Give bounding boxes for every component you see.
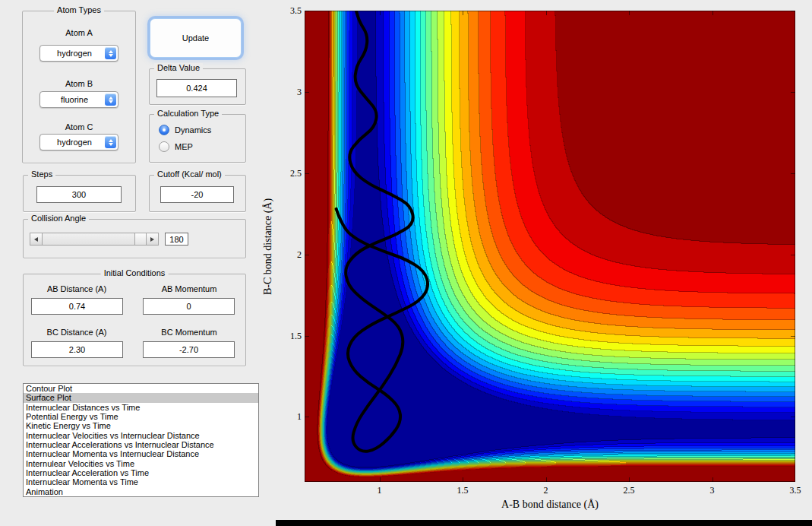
popup-arrows-icon[interactable] [105, 93, 116, 106]
collision-angle-title: Collision Angle [28, 214, 89, 223]
atom-b-label: Atom B [23, 79, 135, 88]
ab-distance-field[interactable]: 0.74 [31, 298, 123, 315]
radio-dynamics-label: Dynamics [175, 125, 211, 135]
ab-distance-label: AB Distance (A) [24, 284, 130, 293]
plot-type-listbox[interactable]: Contour PlotSurface PlotInternuclear Dis… [23, 383, 259, 497]
collision-angle-panel: Collision Angle 180 [23, 219, 246, 258]
atom-types-title: Atom Types [54, 5, 104, 14]
radio-mep[interactable]: MEP [159, 141, 193, 153]
popup-arrows-icon[interactable] [105, 136, 116, 148]
x-tick-label: 1.5 [446, 485, 479, 496]
cutoff-field[interactable]: -20 [160, 186, 234, 203]
pes-contour-canvas [305, 11, 795, 482]
list-item[interactable]: Animation [24, 487, 258, 496]
app-window: { "window": { "background_color": "#ecec… [0, 0, 812, 526]
radio-button-icon[interactable] [159, 141, 169, 152]
plot-area: A-B bond distance (Å) B-C bond distance … [305, 11, 795, 482]
atom-c-label: Atom C [23, 122, 135, 132]
window-bottom-edge [276, 520, 812, 526]
delta-value-title: Delta Value [154, 63, 203, 72]
list-item[interactable]: Internuclear Acceleration vs Time [24, 468, 258, 477]
list-item[interactable]: Internuclear Momenta vs Time [24, 477, 258, 486]
list-item[interactable]: Potential Energy vs Time [24, 412, 258, 421]
atom-types-panel: Atom Types Atom A hydrogen Atom B fluori… [22, 11, 136, 163]
steps-field[interactable]: 300 [36, 186, 122, 203]
list-item[interactable]: Contour Plot [24, 384, 258, 393]
cutoff-panel: Cutoff (Kcal/ mol) -20 [149, 175, 246, 212]
delta-value-panel: Delta Value 0.424 [149, 68, 246, 105]
collision-angle-slider[interactable] [30, 233, 159, 246]
list-item[interactable]: Kinetic Energy vs Time [24, 421, 258, 430]
initial-conditions-title: Initial Conditions [101, 268, 169, 277]
calculation-type-title: Calculation Type [154, 109, 222, 118]
steps-title: Steps [28, 170, 55, 179]
list-item[interactable]: Internuclear Distances vs Time [24, 403, 258, 412]
delta-value-field[interactable]: 0.424 [156, 79, 237, 97]
bc-distance-field[interactable]: 2.30 [31, 341, 123, 358]
list-item[interactable]: Internuclear Velocities vs Internuclear … [24, 431, 258, 440]
x-tick-label: 1 [363, 485, 397, 496]
radio-mep-label: MEP [175, 142, 193, 151]
y-tick-label: 2 [276, 249, 302, 261]
atom-a-label: Atom A [23, 28, 135, 37]
bc-momentum-field[interactable]: -2.70 [143, 341, 235, 358]
atom-a-dropdown[interactable]: hydrogen [39, 45, 118, 62]
ab-momentum-label: AB Momentum [136, 284, 242, 293]
calculation-type-panel: Calculation Type Dynamics MEP [149, 114, 246, 163]
slider-left-arrow-icon[interactable] [30, 233, 43, 245]
bc-momentum-label: BC Momentum [136, 328, 242, 337]
slider-thumb[interactable] [134, 233, 147, 245]
y-tick-label: 3.5 [276, 5, 302, 17]
list-item[interactable]: Surface Plot [24, 393, 258, 402]
y-tick-label: 1.5 [276, 331, 302, 342]
y-axis-label: B-C bond distance (Å) [262, 11, 274, 482]
atom-b-dropdown[interactable]: fluorine [39, 91, 118, 108]
list-item[interactable]: Internulear Velocities vs Time [24, 459, 258, 468]
popup-arrows-icon[interactable] [105, 47, 116, 59]
y-tick-label: 2.5 [276, 168, 302, 179]
cutoff-title: Cutoff (Kcal/ mol) [154, 170, 225, 179]
bc-distance-label: BC Distance (A) [24, 328, 130, 337]
x-tick-label: 3 [696, 485, 729, 496]
steps-panel: Steps 300 [23, 175, 136, 212]
collision-angle-field[interactable]: 180 [165, 233, 188, 246]
ab-momentum-field[interactable]: 0 [143, 298, 235, 315]
y-tick-label: 3 [276, 87, 302, 98]
list-item[interactable]: Internuclear Momenta vs Internuclear Dis… [24, 449, 258, 458]
initial-conditions-panel: Initial Conditions AB Distance (A) AB Mo… [23, 274, 246, 366]
radio-button-icon[interactable] [159, 125, 169, 135]
x-tick-label: 2.5 [612, 485, 646, 496]
y-tick-label: 1 [276, 411, 302, 423]
slider-right-arrow-icon[interactable] [146, 233, 158, 245]
list-item[interactable]: Internuclear Accelerations vs Internucle… [24, 440, 258, 449]
update-button-label: Update [182, 33, 209, 43]
radio-dynamics[interactable]: Dynamics [159, 124, 211, 136]
x-tick-label: 2 [529, 485, 563, 496]
update-button[interactable]: Update [150, 18, 242, 58]
x-tick-label: 3.5 [779, 485, 812, 496]
atom-c-dropdown[interactable]: hydrogen [39, 134, 118, 151]
x-axis-label: A-B bond distance (Å) [305, 499, 795, 511]
